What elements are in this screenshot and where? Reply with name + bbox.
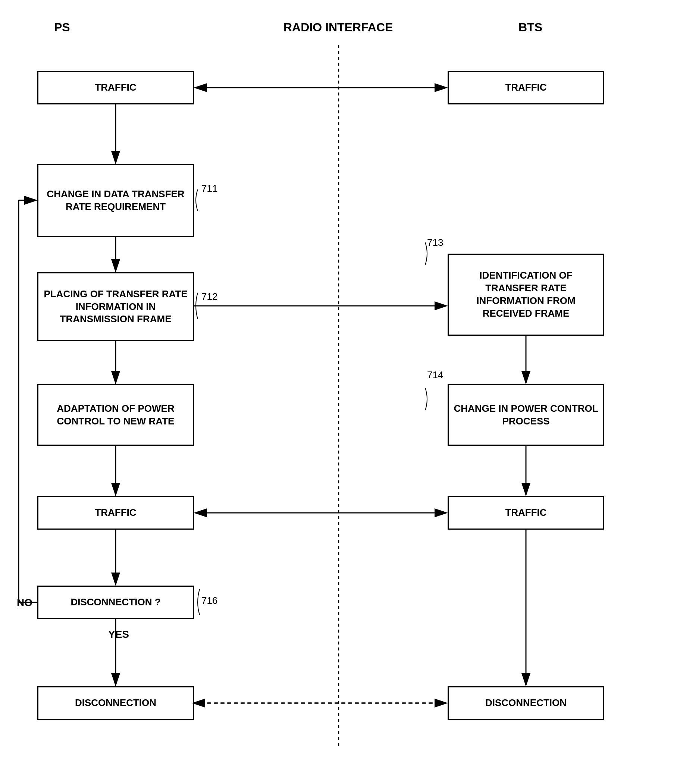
yes-label: YES: [108, 628, 129, 640]
disconnection-question-box: DISCONNECTION ?: [37, 586, 194, 619]
ps-header: PS: [54, 20, 70, 34]
change-data-transfer-box: CHANGE IN DATA TRANSFER RATE REQUIREMENT: [37, 164, 194, 237]
radio-interface-header: RADIO INTERFACE: [283, 20, 393, 34]
bts-header: BTS: [518, 20, 542, 34]
ps-traffic-top-box: TRAFFIC: [37, 71, 194, 104]
ps-disconnection-box: DISCONNECTION: [37, 686, 194, 720]
ref-714: 714: [427, 369, 443, 381]
ref-712: 712: [201, 291, 218, 302]
bts-traffic-top-box: TRAFFIC: [448, 71, 604, 104]
diagram-container: PS RADIO INTERFACE BTS TRAFFIC TRAFFIC C…: [0, 0, 677, 784]
identification-transfer-box: IDENTIFICATION OF TRANSFER RATE INFORMAT…: [448, 254, 604, 336]
no-label: NO: [17, 597, 33, 609]
ref-711: 711: [201, 183, 218, 194]
adaptation-power-box: ADAPTATION OF POWER CONTROL TO NEW RATE: [37, 384, 194, 446]
ref-713: 713: [427, 237, 443, 248]
change-power-control-box: CHANGE IN POWER CONTROL PROCESS: [448, 384, 604, 446]
bts-traffic-bottom-box: TRAFFIC: [448, 496, 604, 530]
bts-disconnection-box: DISCONNECTION: [448, 686, 604, 720]
ref-716: 716: [201, 595, 218, 607]
ps-traffic-bottom-box: TRAFFIC: [37, 496, 194, 530]
placing-transfer-rate-box: PLACING OF TRANSFER RATE INFORMATION IN …: [37, 272, 194, 341]
